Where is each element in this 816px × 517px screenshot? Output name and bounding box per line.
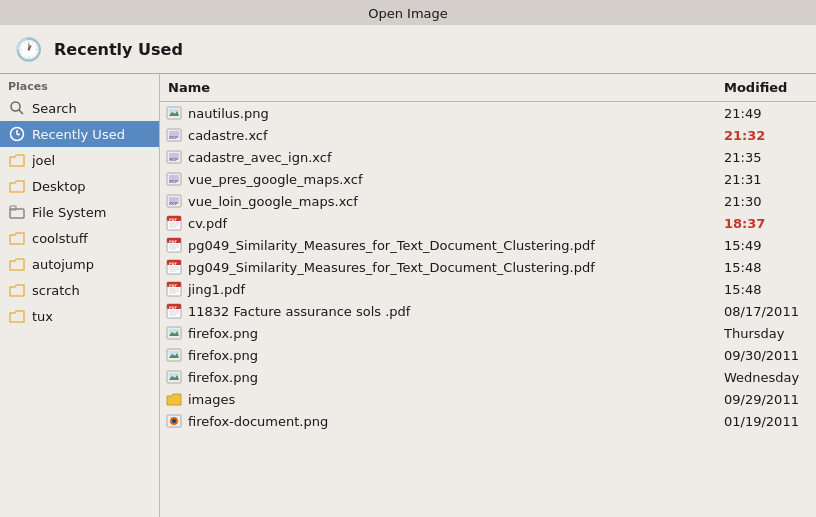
file-type-icon: XCF bbox=[164, 170, 184, 188]
table-row[interactable]: XCFvue_loin_google_maps.xcf21:30 bbox=[160, 190, 816, 212]
file-name: 11832 Facture assurance sols .pdf bbox=[184, 303, 716, 320]
file-type-icon bbox=[164, 346, 184, 364]
file-type-icon bbox=[164, 324, 184, 342]
table-row[interactable]: nautilus.png21:49 bbox=[160, 102, 816, 124]
file-type-icon: PDF bbox=[164, 214, 184, 232]
recently-used-icon: 🕐 bbox=[12, 33, 44, 65]
file-modified: 21:30 bbox=[716, 193, 816, 210]
file-type-icon: PDF bbox=[164, 258, 184, 276]
svg-text:XCF: XCF bbox=[169, 201, 178, 206]
file-name: firefox.png bbox=[184, 325, 716, 342]
svg-text:PDF: PDF bbox=[169, 262, 177, 266]
sidebar: Places SearchRecently UsedjoelDesktopFil… bbox=[0, 74, 160, 517]
svg-line-1 bbox=[19, 110, 24, 115]
col-modified-header: Modified bbox=[716, 78, 816, 97]
svg-marker-10 bbox=[10, 259, 24, 270]
file-name: pg049_Similarity_Measures_for_Text_Docum… bbox=[184, 237, 716, 254]
table-row[interactable]: PDFcv.pdf18:37 bbox=[160, 212, 816, 234]
file-name: firefox-document.png bbox=[184, 413, 716, 430]
file-name: cadastre_avec_ign.xcf bbox=[184, 149, 716, 166]
sidebar-item-search[interactable]: Search bbox=[0, 95, 159, 121]
table-row[interactable]: firefox.pngThursday bbox=[160, 322, 816, 344]
file-name: cadastre.xcf bbox=[184, 127, 716, 144]
sidebar-item-label-file-system: File System bbox=[32, 205, 106, 220]
file-type-icon bbox=[164, 368, 184, 386]
svg-marker-9 bbox=[10, 233, 24, 244]
sidebar-item-desktop[interactable]: Desktop bbox=[0, 173, 159, 199]
svg-text:XCF: XCF bbox=[169, 179, 178, 184]
title-bar: Open Image bbox=[0, 0, 816, 25]
sidebar-item-label-coolstuff: coolstuff bbox=[32, 231, 88, 246]
file-modified: Wednesday bbox=[716, 369, 816, 386]
table-row[interactable]: images09/29/2011 bbox=[160, 388, 816, 410]
file-type-icon: XCF bbox=[164, 148, 184, 166]
sidebar-item-scratch[interactable]: scratch bbox=[0, 277, 159, 303]
desktop-icon bbox=[8, 177, 26, 195]
file-name: firefox.png bbox=[184, 369, 716, 386]
table-row[interactable]: XCFcadastre.xcf21:32 bbox=[160, 124, 816, 146]
table-row[interactable]: firefox.png09/30/2011 bbox=[160, 344, 816, 366]
table-row[interactable]: PDF11832 Facture assurance sols .pdf08/1… bbox=[160, 300, 816, 322]
sidebar-item-tux[interactable]: tux bbox=[0, 303, 159, 329]
file-name: pg049_Similarity_Measures_for_Text_Docum… bbox=[184, 259, 716, 276]
file-system-icon bbox=[8, 203, 26, 221]
sidebar-item-recently-used[interactable]: Recently Used bbox=[0, 121, 159, 147]
sidebar-section-label: Places bbox=[0, 74, 159, 95]
file-type-icon: PDF bbox=[164, 302, 184, 320]
file-modified: 15:48 bbox=[716, 259, 816, 276]
sidebar-item-label-autojump: autojump bbox=[32, 257, 94, 272]
svg-marker-11 bbox=[10, 285, 24, 296]
file-rows: nautilus.png21:49XCFcadastre.xcf21:32XCF… bbox=[160, 102, 816, 432]
sidebar-item-label-recently-used: Recently Used bbox=[32, 127, 125, 142]
file-modified: 01/19/2011 bbox=[716, 413, 816, 430]
sidebar-item-coolstuff[interactable]: coolstuff bbox=[0, 225, 159, 251]
sidebar-item-file-system[interactable]: File System bbox=[0, 199, 159, 225]
file-name: vue_loin_google_maps.xcf bbox=[184, 193, 716, 210]
file-type-icon bbox=[164, 412, 184, 430]
table-row[interactable]: PDFpg049_Similarity_Measures_for_Text_Do… bbox=[160, 234, 816, 256]
file-type-icon: PDF bbox=[164, 280, 184, 298]
svg-text:PDF: PDF bbox=[169, 218, 177, 222]
file-type-icon bbox=[164, 104, 184, 122]
file-modified: 21:31 bbox=[716, 171, 816, 188]
header-title: Recently Used bbox=[54, 40, 183, 59]
file-name: jing1.pdf bbox=[184, 281, 716, 298]
file-type-icon bbox=[164, 390, 184, 408]
file-modified: 21:32 bbox=[716, 127, 816, 144]
file-modified: 18:37 bbox=[716, 215, 816, 232]
table-row[interactable]: XCFvue_pres_google_maps.xcf21:31 bbox=[160, 168, 816, 190]
table-row[interactable]: XCFcadastre_avec_ign.xcf21:35 bbox=[160, 146, 816, 168]
search-icon bbox=[8, 99, 26, 117]
file-modified: 15:48 bbox=[716, 281, 816, 298]
svg-text:PDF: PDF bbox=[169, 240, 177, 244]
svg-marker-67 bbox=[167, 394, 181, 405]
sidebar-item-joel[interactable]: joel bbox=[0, 147, 159, 173]
file-list-area: Name Modified nautilus.png21:49XCFcadast… bbox=[160, 74, 816, 517]
header-row: 🕐 Recently Used bbox=[0, 25, 816, 74]
coolstuff-icon bbox=[8, 229, 26, 247]
joel-icon bbox=[8, 151, 26, 169]
file-type-icon: XCF bbox=[164, 192, 184, 210]
file-name: firefox.png bbox=[184, 347, 716, 364]
col-name-header: Name bbox=[160, 78, 716, 97]
table-row[interactable]: firefox.pngWednesday bbox=[160, 366, 816, 388]
file-name: nautilus.png bbox=[184, 105, 716, 122]
table-row[interactable]: firefox-document.png01/19/2011 bbox=[160, 410, 816, 432]
svg-marker-12 bbox=[10, 311, 24, 322]
sidebar-items: SearchRecently UsedjoelDesktopFile Syste… bbox=[0, 95, 159, 329]
svg-text:PDF: PDF bbox=[169, 306, 177, 310]
file-name: vue_pres_google_maps.xcf bbox=[184, 171, 716, 188]
sidebar-item-label-desktop: Desktop bbox=[32, 179, 86, 194]
svg-text:PDF: PDF bbox=[169, 284, 177, 288]
file-name: cv.pdf bbox=[184, 215, 716, 232]
sidebar-item-label-joel: joel bbox=[32, 153, 55, 168]
file-modified: 09/29/2011 bbox=[716, 391, 816, 408]
file-list-scroll[interactable]: nautilus.png21:49XCFcadastre.xcf21:32XCF… bbox=[160, 102, 816, 517]
dialog-title: Open Image bbox=[368, 6, 448, 21]
file-type-icon: XCF bbox=[164, 126, 184, 144]
sidebar-item-autojump[interactable]: autojump bbox=[0, 251, 159, 277]
table-row[interactable]: PDFjing1.pdf15:48 bbox=[160, 278, 816, 300]
autojump-icon bbox=[8, 255, 26, 273]
table-row[interactable]: PDFpg049_Similarity_Measures_for_Text_Do… bbox=[160, 256, 816, 278]
file-modified: 09/30/2011 bbox=[716, 347, 816, 364]
